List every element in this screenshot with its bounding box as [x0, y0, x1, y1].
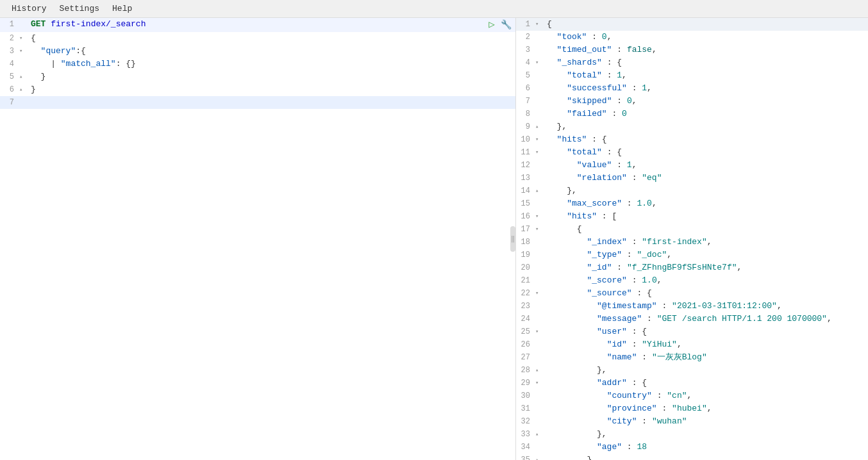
- resp-line-27: 27 "name" : "一灰灰Blog": [516, 351, 868, 364]
- resp-line-25: 25 ▾ "user" : {: [516, 325, 868, 338]
- resp-line-26: 26 "id" : "YiHui",: [516, 338, 868, 351]
- editor-line-3: 3 ▾ "query":{: [0, 45, 515, 58]
- main-content: 1 GET first-index/_search ▷ 🔧 2 ▾ { 3 ▾ …: [0, 18, 868, 460]
- resp-line-3: 3 "timed_out" : false,: [516, 44, 868, 56]
- editor-line-5: 5 ▴ }: [0, 70, 515, 83]
- resp-line-23: 23 "@timestamp" : "2021-03-31T01:12:00",: [516, 300, 868, 313]
- resp-line-8: 8 "failed" : 0: [516, 108, 868, 120]
- editor-pane: 1 GET first-index/_search ▷ 🔧 2 ▾ { 3 ▾ …: [0, 18, 516, 460]
- resp-line-35: 35 ▴ }: [516, 454, 868, 460]
- response-pane: 1 ▾ { 2 "took" : 0, 3 "timed_out" : fals…: [516, 18, 868, 460]
- code-editor[interactable]: 1 GET first-index/_search ▷ 🔧 2 ▾ { 3 ▾ …: [0, 18, 515, 460]
- resp-line-2: 2 "took" : 0,: [516, 31, 868, 44]
- resp-line-1: 1 ▾ {: [516, 18, 868, 31]
- editor-line-2: 2 ▾ {: [0, 32, 515, 45]
- line-content-5: }: [28, 70, 515, 83]
- resp-line-18: 18 "_index" : "first-index",: [516, 236, 868, 249]
- line-content-7: [28, 96, 515, 109]
- line-num-1: 1: [0, 18, 19, 31]
- line-content-3: "query":{: [28, 45, 515, 58]
- resp-line-11: 11 ▾ "total" : {: [516, 146, 868, 159]
- resize-handle[interactable]: ‖: [510, 226, 515, 252]
- resp-line-4: 4 ▾ "_shards" : {: [516, 56, 868, 69]
- menu-history[interactable]: History: [5, 3, 53, 15]
- menu-help[interactable]: Help: [106, 3, 138, 15]
- line-content-4: | "match_all": {}: [28, 58, 515, 70]
- resp-line-15: 15 "max_score" : 1.0,: [516, 197, 868, 210]
- resp-line-32: 32 "city" : "wuhan": [516, 415, 868, 428]
- resp-line-7: 7 "skipped" : 0,: [516, 95, 868, 108]
- resp-line-6: 6 "successful" : 1,: [516, 82, 868, 95]
- resp-line-28: 28 ▴ },: [516, 364, 868, 377]
- resp-line-21: 21 "_score" : 1.0,: [516, 274, 868, 287]
- menu-settings[interactable]: Settings: [53, 3, 106, 15]
- line-content-2: {: [28, 32, 515, 45]
- resp-line-24: 24 "message" : "GET /search HTTP/1.1 200…: [516, 313, 868, 325]
- line-num-6: 6: [0, 83, 19, 96]
- editor-line-6: 6 ▴ }: [0, 83, 515, 96]
- line-num-5: 5: [0, 70, 19, 83]
- line-content-1: GET first-index/_search: [28, 18, 485, 31]
- editor-line-1: 1 GET first-index/_search ▷ 🔧: [0, 18, 515, 32]
- resp-line-5: 5 "total" : 1,: [516, 69, 868, 82]
- line-num-3: 3: [0, 45, 19, 58]
- resp-line-33: 33 ▴ },: [516, 428, 868, 441]
- tools-icon[interactable]: 🔧: [499, 18, 513, 32]
- resp-line-9: 9 ▴ },: [516, 120, 868, 133]
- run-icon[interactable]: ▷: [485, 18, 499, 32]
- resp-line-14: 14 ▴ },: [516, 185, 868, 197]
- resp-line-19: 19 "_type" : "_doc",: [516, 249, 868, 261]
- line-num-2: 2: [0, 32, 19, 45]
- line-content-6: }: [28, 83, 515, 96]
- line-num-4: 4: [0, 58, 19, 70]
- resp-num-1: 1: [516, 18, 535, 31]
- resp-line-22: 22 ▾ "_source" : {: [516, 287, 868, 300]
- response-editor: 1 ▾ { 2 "took" : 0, 3 "timed_out" : fals…: [516, 18, 868, 460]
- resp-line-16: 16 ▾ "hits" : [: [516, 210, 868, 223]
- line-num-7: 7: [0, 96, 19, 109]
- resp-line-10: 10 ▾ "hits" : {: [516, 133, 868, 146]
- resp-line-30: 30 "country" : "cn",: [516, 390, 868, 402]
- editor-line-7: 7: [0, 96, 515, 109]
- resp-line-29: 29 ▾ "addr" : {: [516, 377, 868, 390]
- resp-line-31: 31 "province" : "hubei",: [516, 402, 868, 415]
- resp-line-20: 20 "_id" : "f_ZFhngBF9fSFsHNte7f",: [516, 261, 868, 274]
- menubar: History Settings Help: [0, 0, 868, 18]
- editor-line-4: 4 | "match_all": {}: [0, 58, 515, 70]
- resp-line-34: 34 "age" : 18: [516, 441, 868, 454]
- resp-line-13: 13 "relation" : "eq": [516, 172, 868, 185]
- resp-line-12: 12 "value" : 1,: [516, 159, 868, 172]
- resp-line-17: 17 ▾ {: [516, 223, 868, 236]
